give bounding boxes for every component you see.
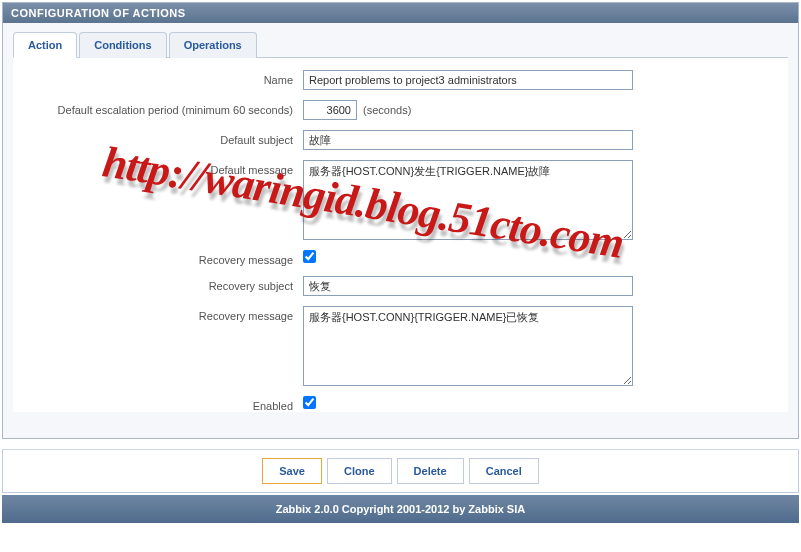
- form-area: Name Default escalation period (minimum …: [13, 58, 788, 412]
- tab-conditions[interactable]: Conditions: [79, 32, 166, 58]
- tab-operations[interactable]: Operations: [169, 32, 257, 58]
- footer: Zabbix 2.0.0 Copyright 2001-2012 by Zabb…: [2, 495, 799, 523]
- enabled-checkbox[interactable]: [303, 396, 316, 409]
- default-subject-input[interactable]: [303, 130, 633, 150]
- label-enabled: Enabled: [13, 396, 303, 412]
- label-default-message: Default message: [13, 160, 303, 176]
- escalation-input[interactable]: [303, 100, 357, 120]
- recovery-checkbox[interactable]: [303, 250, 316, 263]
- tab-action[interactable]: Action: [13, 32, 77, 58]
- row-name: Name: [13, 70, 788, 90]
- label-recovery-message: Recovery message: [13, 250, 303, 266]
- row-default-subject: Default subject: [13, 130, 788, 150]
- row-default-message: Default message: [13, 160, 788, 240]
- cancel-button[interactable]: Cancel: [469, 458, 539, 484]
- label-recovery-message2: Recovery message: [13, 306, 303, 322]
- seconds-text: (seconds): [363, 104, 411, 116]
- save-button[interactable]: Save: [262, 458, 322, 484]
- clone-button[interactable]: Clone: [327, 458, 392, 484]
- button-bar: Save Clone Delete Cancel: [2, 449, 799, 493]
- delete-button[interactable]: Delete: [397, 458, 464, 484]
- tabs: Action Conditions Operations: [13, 31, 788, 58]
- row-recovery-toggle: Recovery message: [13, 250, 788, 266]
- default-message-textarea[interactable]: [303, 160, 633, 240]
- row-recovery-message: Recovery message: [13, 306, 788, 386]
- row-recovery-subject: Recovery subject: [13, 276, 788, 296]
- label-default-subject: Default subject: [13, 130, 303, 146]
- recovery-message-textarea[interactable]: [303, 306, 633, 386]
- row-enabled: Enabled: [13, 396, 788, 412]
- label-escalation: Default escalation period (minimum 60 se…: [13, 100, 303, 116]
- row-escalation: Default escalation period (minimum 60 se…: [13, 100, 788, 120]
- config-panel: CONFIGURATION OF ACTIONS Action Conditio…: [2, 2, 799, 439]
- panel-body: Action Conditions Operations Name Defaul…: [3, 23, 798, 438]
- label-name: Name: [13, 70, 303, 86]
- recovery-subject-input[interactable]: [303, 276, 633, 296]
- name-input[interactable]: [303, 70, 633, 90]
- label-recovery-subject: Recovery subject: [13, 276, 303, 292]
- panel-title: CONFIGURATION OF ACTIONS: [3, 3, 798, 23]
